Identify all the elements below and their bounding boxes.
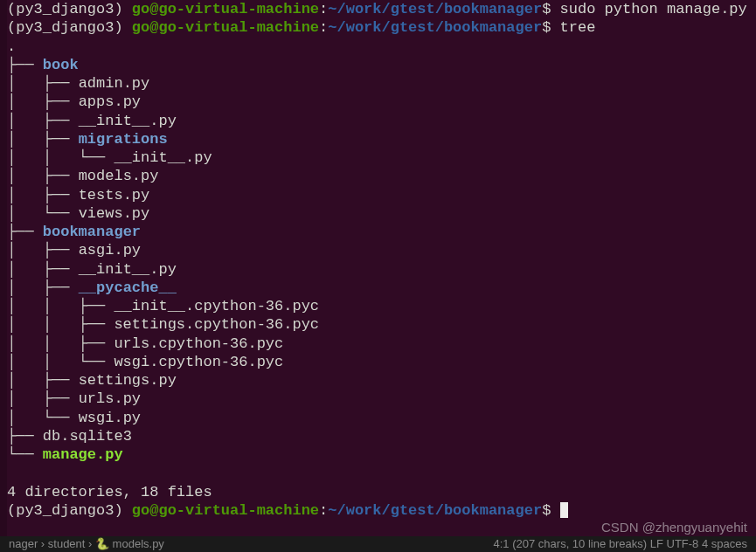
tree-dir: book [43,57,79,73]
tree-file: wsgi.cpython-36.pyc [114,354,283,370]
tree-prefix: │ ├── [7,187,79,204]
tree-file: settings.py [79,372,177,389]
command-text: tree [560,19,596,36]
sep: : [319,502,328,519]
tree-prefix: │ │ ├── [7,335,114,352]
tree-prefix: │ ├── [7,261,79,278]
left-edge-gutter [0,0,7,552]
tree-file: __init__.cpython-36.pyc [114,298,319,314]
tree-prefix: │ │ └── [7,354,114,370]
tree-row: │ ├── __init__.py [7,112,749,130]
tree-prefix: │ └── [7,205,79,222]
tree-row: │ │ └── wsgi.cpython-36.pyc [7,353,749,371]
cursor-block [560,502,568,518]
tree-prefix: │ └── [7,410,79,426]
tree-row: │ │ └── __init__.py [7,148,749,167]
watermark-text: CSDN @zhengyuanyehit [601,520,747,536]
user-host: go@go-virtual-machine [132,1,319,17]
tree-file: __init__.py [79,261,177,278]
tree-file: admin.py [79,75,150,92]
tree-row: │ ├── asgi.py [7,241,749,259]
tree-file: apps.py [79,93,141,110]
tree-prefix: │ ├── [7,131,79,148]
prompt-line-1: (py3_django3) go@go-virtual-machine:~/wo… [7,0,749,18]
tree-prefix: │ ├── [7,390,79,407]
tree-prefix: │ ├── [7,372,79,389]
tree-prefix: │ │ └── [7,149,114,166]
tree-prefix: └── [7,446,43,463]
tree-file: urls.cpython-36.pyc [114,335,283,352]
prompt-line-3: (py3_django3) go@go-virtual-machine:~/wo… [7,501,749,520]
dollar-sign: $ [542,1,559,17]
tree-prefix: ├── [7,57,43,73]
tree-file: wsgi.py [79,410,141,426]
tree-row: │ └── views.py [7,204,749,223]
terminal-area[interactable]: (py3_django3) go@go-virtual-machine:~/wo… [0,0,756,520]
tree-file: asgi.py [79,242,141,259]
cwd-path: ~/work/gtest/bookmanager [328,1,542,17]
command-text: sudo python manage.py startapp book [560,1,756,17]
tree-row: │ ├── models.py [7,167,749,185]
cwd-path: ~/work/gtest/bookmanager [328,502,542,519]
user-host: go@go-virtual-machine [132,502,319,519]
tree-dir: __pycache__ [79,279,177,296]
tree-row: │ ├── apps.py [7,93,749,111]
dollar-sign: $ [542,19,559,36]
tree-row: │ ├── migrations [7,130,749,148]
tree-row: │ ├── urls.py [7,390,749,408]
tree-row: │ │ ├── __init__.cpython-36.pyc [7,297,749,315]
tree-prefix: │ │ ├── [7,298,114,314]
tree-prefix: │ ├── [7,75,79,92]
tree-prefix: │ ├── [7,242,79,259]
blank-line [7,464,749,482]
tree-dir: bookmanager [43,224,141,240]
tree-row: │ └── wsgi.py [7,409,749,427]
tree-row: │ ├── __pycache__ [7,279,749,297]
tree-prefix: │ ├── [7,168,79,184]
tree-prefix: │ │ ├── [7,316,114,333]
tree-file: db.sqlite3 [43,428,132,445]
tree-dir: migrations [79,131,168,148]
tree-file: __init__.py [114,149,212,166]
tree-root: . [7,38,749,56]
tree-file: views.py [79,205,150,222]
tree-row: │ │ ├── settings.cpython-36.pyc [7,315,749,334]
cwd-path: ~/work/gtest/bookmanager [328,19,542,36]
tree-prefix: │ ├── [7,113,79,129]
tree-row: ├── bookmanager [7,223,749,241]
tree-row: ├── db.sqlite3 [7,427,749,445]
tree-exec: manage.py [43,446,123,463]
tree-row: ├── book [7,56,749,74]
tree-row: │ ├── admin.py [7,74,749,93]
tree-prefix: │ ├── [7,279,79,296]
sep: : [319,19,328,36]
tree-row: └── manage.py [7,445,749,464]
statusbar-left: nager › student › 🐍 models.py [9,537,164,551]
env-name: (py3_django3) [7,502,132,519]
tree-file: settings.cpython-36.pyc [114,316,319,333]
sep: : [319,1,328,17]
dollar-sign: $ [542,502,559,519]
tree-summary: 4 directories, 18 files [7,483,749,501]
tree-file: __init__.py [79,113,177,129]
tree-file: models.py [79,168,159,184]
prompt-line-2: (py3_django3) go@go-virtual-machine:~/wo… [7,18,749,37]
tree-row: │ │ ├── urls.cpython-36.pyc [7,335,749,353]
tree-output: ├── book│ ├── admin.py│ ├── apps.py│ ├──… [7,56,749,465]
tree-prefix: ├── [7,224,43,240]
env-name: (py3_django3) [7,19,132,36]
status-bar: nager › student › 🐍 models.py 4:1 (207 c… [0,536,756,552]
tree-prefix: ├── [7,428,43,445]
statusbar-right: 4:1 (207 chars, 10 line breaks) LF UTF-8… [494,537,747,551]
tree-row: │ ├── __init__.py [7,260,749,279]
tree-prefix: │ ├── [7,93,79,110]
tree-file: urls.py [79,390,141,407]
tree-row: │ ├── settings.py [7,371,749,390]
tree-file: tests.py [79,187,150,204]
env-name: (py3_django3) [7,1,132,17]
tree-row: │ ├── tests.py [7,186,749,204]
user-host: go@go-virtual-machine [132,19,319,36]
